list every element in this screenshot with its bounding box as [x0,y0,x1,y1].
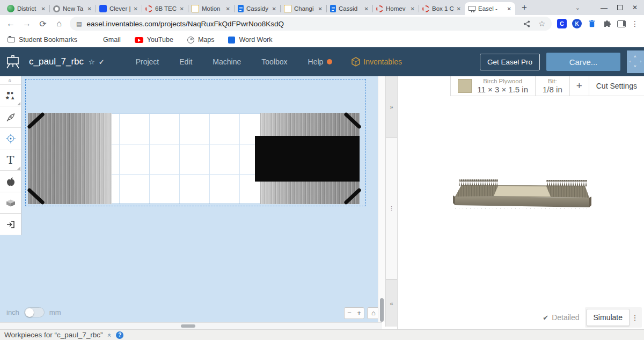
apps-tool-button[interactable] [0,171,21,192]
design-canvas[interactable]: inch mm − + ⌂ [0,76,378,322]
zoom-in-button[interactable]: + [354,308,364,319]
browser-tab[interactable]: Motion ✕ [188,2,234,15]
bookmark-item[interactable]: Maps [187,36,215,44]
browser-tab[interactable]: Homev ✕ [372,2,419,15]
inventables-brand[interactable]: Inventables [352,57,402,67]
bookmark-item[interactable]: YouTube [135,36,173,44]
bookmark-item[interactable]: Word Work [228,36,272,44]
new-tab-button[interactable]: + [522,2,527,13]
tab-list: District ✕ New Ta ✕ Clever | ✕ 6B TEC ✕ [3,0,515,15]
machine-jog-button[interactable]: ˄ ˅ ‹ › [627,50,644,73]
tab-favicon [284,5,291,12]
tab-close-icon[interactable]: ✕ [134,6,138,12]
tab-close-icon[interactable]: ✕ [226,6,230,12]
bookmark-label: Word Work [239,36,272,44]
share-icon[interactable] [523,20,531,28]
zoom-home-button[interactable]: ⌂ [367,307,378,319]
bit-cell[interactable]: Bit: 1/8 in [535,76,569,96]
bookmark-item[interactable]: Gmail [91,36,121,44]
forward-icon[interactable]: → [21,19,32,28]
browser-tab[interactable]: Changi ✕ [280,2,326,15]
menu-help[interactable]: Help [308,57,333,66]
zoom-out-button[interactable]: − [345,308,354,319]
projects-tool-button[interactable] [0,192,21,214]
browser-tab[interactable]: Clever | ✕ [96,2,142,15]
browser-tab[interactable]: District ✕ [3,2,49,15]
tab-close-icon[interactable]: ✕ [318,6,323,12]
browser-tab[interactable]: 6B TEC ✕ [142,2,188,15]
tab-favicon [99,5,107,12]
browser-tab[interactable]: Box 1 C ✕ [419,2,465,15]
reload-icon[interactable]: ⟳ [38,19,48,29]
hscroll-thumb[interactable] [181,324,195,328]
import-tool-button[interactable] [0,214,21,235]
browser-tab[interactable]: Cassid ✕ [326,2,372,15]
back-icon[interactable]: ← [5,19,16,28]
text-tool-button[interactable]: T [0,149,21,171]
tab-close-icon[interactable]: ✕ [41,6,46,12]
menu-project[interactable]: Project [136,57,159,66]
easel-logo-icon[interactable] [4,54,21,70]
tab-close-icon[interactable]: ✕ [507,6,511,12]
divider-drag-handle[interactable]: ⋮ [386,138,397,279]
side-panel-icon[interactable] [617,20,626,27]
cut-settings-button[interactable]: Cut Settings [589,76,644,96]
url-text[interactable]: easel.inventables.com/projects/NaqRuxFkQ… [86,20,518,28]
shapes-tool-button[interactable]: ■●★▲ [0,85,21,106]
home-icon[interactable]: ⌂ [54,19,64,28]
tab-close-icon[interactable]: ✕ [87,6,92,12]
get-easel-pro-button[interactable]: Get Easel Pro [480,54,540,70]
trash-extension-icon[interactable] [587,19,597,28]
kami-extension-icon[interactable]: K [572,19,582,28]
vscroll-thumb[interactable] [380,298,384,322]
tab-search-icon[interactable]: ⌄ [575,4,580,11]
detailed-toggle[interactable]: ✔ Detailed [543,313,579,322]
collapse-panel-button[interactable]: « [386,279,397,327]
tab-close-icon[interactable]: ✕ [180,6,184,12]
menu-machine[interactable]: Machine [213,57,241,66]
material-name: Birch Plywood [477,78,528,85]
carve-button[interactable]: Carve... [546,53,620,71]
drill-origin-tool-button[interactable] [0,128,21,149]
3d-preview[interactable] [452,175,594,211]
page-info-icon[interactable]: ▤ [76,20,82,27]
bookmark-star-icon[interactable]: ☆ [538,19,545,28]
expand-panel-button[interactable]: » [386,76,397,138]
simulate-button[interactable]: Simulate [587,309,630,326]
pen-tool-button[interactable] [0,106,21,128]
menu-edit[interactable]: Edit [179,57,192,66]
horizontal-scrollbar[interactable] [0,322,382,329]
add-bit-button[interactable]: + [569,76,589,96]
browser-tab[interactable]: Cassidy ✕ [234,2,280,15]
tab-favicon [330,5,336,12]
browser-menu-icon[interactable]: ⋮ [631,19,639,28]
zoom-controls: − + [344,307,364,319]
material-cell[interactable]: Birch Plywood 11 × 3 × 1.5 in [450,76,535,96]
bookmark-label: Maps [198,36,215,44]
menu-toolbox[interactable]: Toolbox [261,57,287,66]
tab-close-icon[interactable]: ✕ [272,6,276,12]
extensions-puzzle-icon[interactable] [602,19,612,28]
collapse-toolbar-button[interactable]: « [0,76,21,85]
menu-help-label: Help [308,57,324,66]
clever-extension-icon[interactable]: C [557,19,567,28]
project-title[interactable]: c_paul_7_rbc [29,56,84,67]
bookmark-item[interactable]: Student Bookmarks [8,36,77,44]
easel-nav-bar: c_paul_7_rbc ☆ ✓ Project Edit Machine To… [0,47,644,76]
minimize-icon[interactable]: — [601,4,608,12]
tab-close-icon[interactable]: ✕ [457,6,461,12]
tab-close-icon[interactable]: ✕ [411,6,415,12]
simulate-menu-icon[interactable]: ⋮ [630,314,640,322]
collapse-workpieces-icon[interactable]: « [106,333,113,337]
tab-favicon [192,5,199,12]
vertical-scrollbar[interactable] [378,76,385,322]
help-icon[interactable]: ? [116,331,123,339]
tab-close-icon[interactable]: ✕ [364,6,369,12]
browser-tab[interactable]: Easel - ✕ [465,2,515,15]
browser-tab[interactable]: New Ta ✕ [49,2,96,15]
url-input[interactable]: ▤ easel.inventables.com/projects/NaqRuxF… [70,17,552,31]
close-window-icon[interactable]: ✕ [632,4,638,11]
restore-icon[interactable] [617,5,623,10]
unit-toggle-switch[interactable] [24,307,45,317]
favorite-star-icon[interactable]: ☆ [89,58,95,66]
